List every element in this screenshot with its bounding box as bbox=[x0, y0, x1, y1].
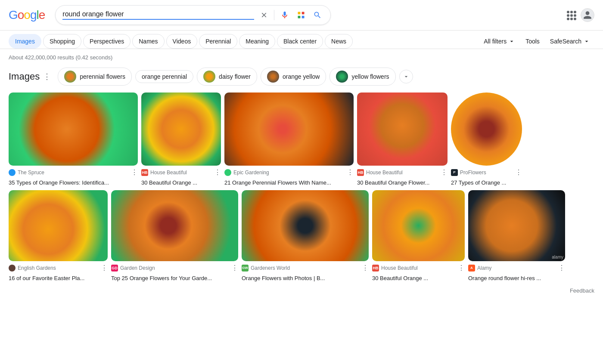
image-card-3: Epic Gardening ⋮ 21 Orange Perennial Flo… bbox=[224, 93, 354, 187]
source-label-6: English Gardens bbox=[18, 265, 56, 271]
chip-perennial-flowers[interactable]: perennial flowers bbox=[58, 68, 132, 86]
search-button[interactable] bbox=[311, 9, 323, 21]
source-more-10[interactable]: ⋮ bbox=[558, 264, 565, 272]
chip-orange-yellow[interactable]: orange yellow bbox=[261, 68, 326, 86]
apps-icon[interactable] bbox=[567, 11, 575, 19]
image-source-row-8: GW Gardeners World ⋮ bbox=[242, 264, 369, 272]
image-thumb-1[interactable] bbox=[9, 93, 138, 166]
image-source-7: GD Garden Design bbox=[111, 265, 155, 271]
image-source-5: P ProFlowers bbox=[451, 169, 486, 176]
image-caption-4: 30 Beautiful Orange Flower... bbox=[357, 179, 448, 187]
favicon-hb-2: HB bbox=[141, 169, 148, 176]
tab-videos[interactable]: Videos bbox=[166, 34, 198, 49]
chip-label-perennial: perennial flowers bbox=[80, 73, 125, 80]
svg-rect-1 bbox=[302, 12, 305, 15]
image-grid-row2: English Gardens ⋮ 16 of our Favorite Eas… bbox=[9, 190, 594, 282]
chevron-down-icon bbox=[508, 38, 515, 45]
image-source-4: HB House Beautiful bbox=[357, 169, 403, 176]
image-source-3: Epic Gardening bbox=[224, 169, 269, 176]
source-label-8: Gardeners World bbox=[251, 265, 290, 271]
images-header: Images ⋮ perennial flowers orange perenn… bbox=[9, 68, 594, 86]
image-thumb-2[interactable] bbox=[141, 93, 221, 166]
tab-perspectives[interactable]: Perspectives bbox=[83, 34, 131, 49]
results-count-text: About 422,000,000 results (0.42 seconds) bbox=[9, 54, 112, 61]
all-filters-button[interactable]: All filters bbox=[479, 35, 519, 47]
chips-row: perennial flowers orange perennial daisy… bbox=[58, 68, 413, 86]
image-source-row-4: HB House Beautiful ⋮ bbox=[357, 168, 448, 176]
image-search-button[interactable] bbox=[295, 9, 307, 21]
account-avatar[interactable] bbox=[581, 8, 594, 22]
tab-names[interactable]: Names bbox=[132, 34, 164, 49]
tools-button[interactable]: Tools bbox=[521, 35, 544, 47]
chips-expand-button[interactable] bbox=[399, 70, 413, 83]
image-thumb-5[interactable] bbox=[451, 93, 522, 166]
tab-meaning[interactable]: Meaning bbox=[239, 34, 275, 49]
header: Google bbox=[0, 0, 603, 31]
source-more-3[interactable]: ⋮ bbox=[347, 168, 354, 176]
images-menu-icon[interactable]: ⋮ bbox=[43, 72, 51, 81]
image-card-2: HB House Beautiful ⋮ 30 Beautiful Orange… bbox=[141, 93, 221, 187]
chip-label-orange-yellow: orange yellow bbox=[283, 73, 320, 80]
voice-search-button[interactable] bbox=[279, 9, 291, 21]
logo-g2: g bbox=[30, 8, 37, 22]
source-more-8[interactable]: ⋮ bbox=[362, 264, 369, 272]
safesearch-button[interactable]: SafeSearch bbox=[546, 35, 594, 47]
source-more-2[interactable]: ⋮ bbox=[214, 168, 221, 176]
source-label-10: Alamy bbox=[477, 265, 491, 271]
tab-black-center[interactable]: Black center bbox=[277, 34, 323, 49]
grid-dot bbox=[567, 14, 569, 17]
grid-dot bbox=[570, 11, 573, 13]
source-more-1[interactable]: ⋮ bbox=[131, 168, 138, 176]
feedback-link[interactable]: Feedback bbox=[0, 286, 603, 299]
tab-news[interactable]: News bbox=[325, 34, 353, 49]
image-thumb-10[interactable]: alamy bbox=[468, 190, 565, 261]
grid-dot bbox=[570, 14, 573, 17]
source-label-5: ProFlowers bbox=[460, 170, 486, 176]
grid-dot bbox=[574, 11, 576, 13]
source-more-5[interactable]: ⋮ bbox=[515, 168, 522, 176]
image-source-row-3: Epic Gardening ⋮ bbox=[224, 168, 354, 176]
chip-orange-perennial[interactable]: orange perennial bbox=[135, 70, 193, 83]
tab-shopping[interactable]: Shopping bbox=[43, 34, 81, 49]
source-more-4[interactable]: ⋮ bbox=[441, 168, 448, 176]
image-caption-6: 16 of our Favorite Easter Pla... bbox=[9, 275, 108, 282]
image-source-10: A Alamy bbox=[468, 265, 491, 271]
all-filters-label: All filters bbox=[484, 38, 507, 45]
image-thumb-3[interactable] bbox=[224, 93, 354, 166]
chip-label-orange-perennial: orange perennial bbox=[142, 73, 187, 80]
images-title-wrap: Images ⋮ bbox=[9, 71, 51, 82]
image-card-1: The Spruce ⋮ 35 Types of Orange Flowers:… bbox=[9, 93, 138, 187]
chip-daisy-flower[interactable]: daisy flower bbox=[197, 68, 257, 86]
clear-button[interactable] bbox=[258, 9, 270, 21]
logo-o1: o bbox=[18, 8, 24, 22]
chip-yellow-flowers[interactable]: yellow flowers bbox=[329, 68, 395, 86]
source-label-3: Epic Gardening bbox=[233, 170, 269, 176]
image-caption-5: 27 Types of Orange ... bbox=[451, 179, 522, 187]
image-caption-3: 21 Orange Perennial Flowers With Name... bbox=[224, 179, 354, 187]
search-input[interactable] bbox=[62, 10, 254, 20]
image-caption-2: 30 Beautiful Orange ... bbox=[141, 179, 221, 187]
image-thumb-4[interactable] bbox=[357, 93, 448, 166]
svg-rect-0 bbox=[298, 12, 301, 15]
image-card-9: HB House Beautiful ⋮ 30 Beautiful Orange… bbox=[372, 190, 465, 282]
image-source-2: HB House Beautiful bbox=[141, 169, 187, 176]
source-more-6[interactable]: ⋮ bbox=[101, 264, 108, 272]
tab-perennial[interactable]: Perennial bbox=[199, 34, 237, 49]
image-source-row-5: P ProFlowers ⋮ bbox=[451, 168, 522, 176]
grid-dot bbox=[574, 18, 576, 20]
grid-dot bbox=[567, 18, 569, 20]
search-bar bbox=[55, 5, 331, 25]
tab-images[interactable]: Images bbox=[9, 34, 41, 49]
grid-dot bbox=[574, 14, 576, 17]
image-thumb-9[interactable] bbox=[372, 190, 465, 261]
image-card-5: P ProFlowers ⋮ 27 Types of Orange ... bbox=[451, 93, 522, 187]
image-thumb-7[interactable] bbox=[111, 190, 238, 261]
source-more-7[interactable]: ⋮ bbox=[231, 264, 238, 272]
google-logo: Google bbox=[9, 8, 45, 22]
image-thumb-8[interactable] bbox=[242, 190, 369, 261]
image-source-row-1: The Spruce ⋮ bbox=[9, 168, 138, 176]
svg-rect-3 bbox=[302, 16, 305, 19]
images-section: Images ⋮ perennial flowers orange perenn… bbox=[0, 64, 603, 286]
image-thumb-6[interactable] bbox=[9, 190, 108, 261]
source-more-9[interactable]: ⋮ bbox=[458, 264, 465, 272]
